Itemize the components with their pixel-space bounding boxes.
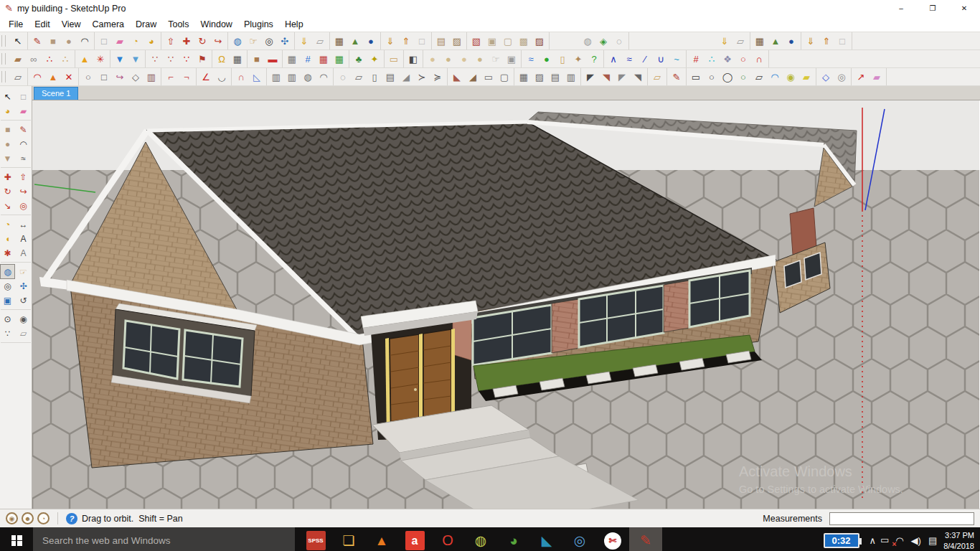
maximize-button[interactable]: ❐ xyxy=(917,0,948,17)
texture-arrow-icon[interactable]: ▧ xyxy=(468,34,484,48)
crate-red-top-icon[interactable]: ▬ xyxy=(265,52,281,66)
line-tool[interactable]: ✎ xyxy=(17,123,30,136)
lattice-numbered-icon[interactable]: # xyxy=(300,52,316,66)
curve-wave-icon[interactable]: ~ xyxy=(669,52,684,66)
shape-rect-icon[interactable]: ▭ xyxy=(688,70,704,84)
help-icon[interactable]: ? xyxy=(66,513,77,524)
star-marker-icon[interactable]: ✳ xyxy=(93,52,108,66)
get-models-2-icon[interactable]: ⇓ xyxy=(803,34,819,48)
line-icon[interactable]: ✎ xyxy=(29,34,45,48)
tape-measure-tool[interactable]: ◔ xyxy=(1,217,14,231)
orbit-icon[interactable]: ◍ xyxy=(230,34,245,48)
waterdrop-count-icon[interactable]: ▼ xyxy=(128,52,143,66)
push-pull-tool[interactable]: ⇧ xyxy=(17,170,30,184)
share-model-icon[interactable]: ⇑ xyxy=(398,34,414,48)
zoom-icon[interactable]: ◎ xyxy=(261,34,277,48)
pipe-curve-icon[interactable]: ↪ xyxy=(112,70,128,84)
shaded-style-icon[interactable]: ◍ xyxy=(580,34,595,48)
text-tool[interactable]: A xyxy=(17,232,30,245)
shape-parallelogram-icon[interactable]: ▱ xyxy=(751,70,767,84)
toggle-terrain-2-icon[interactable]: ▲ xyxy=(768,34,783,48)
dice-tool-icon[interactable]: ▦ xyxy=(230,52,245,66)
geolocation-icon[interactable]: ◉ xyxy=(6,512,18,524)
link-tool-icon[interactable]: ∞ xyxy=(26,52,42,66)
grid-tool-icon[interactable]: # xyxy=(688,52,704,66)
box-diamond-icon[interactable]: ◇ xyxy=(128,70,143,84)
curve-fill-icon[interactable]: ◡ xyxy=(214,70,230,84)
scene-tab[interactable]: Scene 1 xyxy=(34,87,78,100)
fan-fine-icon[interactable]: ◥ xyxy=(630,70,646,84)
follow-me-tool[interactable]: ↪ xyxy=(17,184,30,198)
style-lock-icon[interactable]: ▣ xyxy=(504,52,519,66)
menu-edit[interactable]: Edit xyxy=(29,18,56,31)
hidden-icons-chevron-icon[interactable]: ∧ xyxy=(870,535,877,546)
taskbar-avast[interactable]: a xyxy=(398,527,431,551)
material-wood-b-icon[interactable]: ▨ xyxy=(449,34,465,48)
style-hand-icon[interactable]: ☞ xyxy=(488,52,504,66)
paint-palette-icon[interactable]: ❖ xyxy=(720,52,735,66)
arrow-red-diag-icon[interactable]: ↗ xyxy=(853,70,869,84)
paint-bucket-tool[interactable]: ◕ xyxy=(1,104,14,118)
fold-page-icon[interactable]: ▱ xyxy=(10,70,26,84)
circle-icon[interactable]: ● xyxy=(61,34,77,48)
menu-tools[interactable]: Tools xyxy=(162,18,194,31)
ring-top-icon[interactable]: ◌ xyxy=(335,70,351,84)
sphere-green-icon[interactable]: ● xyxy=(539,52,555,66)
door-leaf-icon[interactable]: ▯ xyxy=(367,70,382,84)
claim-icon[interactable]: ◔ xyxy=(37,512,50,524)
curve-zigzag-icon[interactable]: ≈ xyxy=(621,52,637,66)
tray-tool-icon[interactable]: ▭ xyxy=(481,70,496,84)
curve-stroke-icon[interactable]: ∕ xyxy=(637,52,653,66)
freehand-tool[interactable]: ≈ xyxy=(17,151,30,165)
send-to-layout-icon[interactable]: ⇓ xyxy=(296,34,312,48)
lattice-box-icon[interactable]: ▦ xyxy=(284,52,300,66)
loop-blue-icon[interactable]: ◇ xyxy=(818,70,834,84)
polygon-tool[interactable]: ▼ xyxy=(1,151,14,165)
stamp-tool-1-icon[interactable]: ∵ xyxy=(147,52,163,66)
rectangle-icon[interactable]: ■ xyxy=(45,34,61,48)
cliff-red-icon[interactable]: ◣ xyxy=(449,70,465,84)
offset-tool[interactable]: ◎ xyxy=(17,199,30,212)
stamp-tool-3-icon[interactable]: ∵ xyxy=(179,52,194,66)
shadow-contrast-icon[interactable]: ◧ xyxy=(405,52,421,66)
frame-tool-icon[interactable]: ▢ xyxy=(496,70,512,84)
offset-icon[interactable]: ↪ xyxy=(210,34,226,48)
taskbar-file-explorer[interactable]: ❏ xyxy=(332,527,365,551)
lattice-green-icon[interactable]: ▦ xyxy=(331,52,347,66)
menu-plugins[interactable]: Plugins xyxy=(238,18,279,31)
taskbar-spss[interactable]: SPSS xyxy=(299,527,332,551)
taskbar-opera[interactable]: O xyxy=(431,527,464,551)
spin-top-icon[interactable]: ✦ xyxy=(570,52,586,66)
branch-b-icon[interactable]: ≽ xyxy=(430,70,446,84)
wedge-icon[interactable]: ◢ xyxy=(398,70,414,84)
path-points-tan-icon[interactable]: ∴ xyxy=(57,52,73,66)
panel-curve-icon[interactable]: ◠ xyxy=(316,70,331,84)
3d-text-tool[interactable]: A xyxy=(17,246,30,260)
arc-tool[interactable]: ◠ xyxy=(17,137,30,151)
rotate-icon[interactable]: ↻ xyxy=(194,34,210,48)
google-earth-2-icon[interactable]: ● xyxy=(783,34,799,48)
crate-tool-icon[interactable]: ■ xyxy=(249,52,265,66)
new-component-2-icon[interactable]: □ xyxy=(834,34,850,48)
pan-icon[interactable]: ☞ xyxy=(245,34,261,48)
taskbar-sketchup[interactable]: ✎ xyxy=(629,527,662,551)
zoom-window-tool[interactable]: ▣ xyxy=(1,293,14,307)
ribbon-tool-icon[interactable]: ▰ xyxy=(10,52,26,66)
new-component-icon[interactable]: □ xyxy=(414,34,430,48)
lattice-red-icon[interactable]: ▦ xyxy=(316,52,331,66)
arch-box-icon[interactable]: ∩ xyxy=(233,70,249,84)
protractor-tool[interactable]: ◖ xyxy=(1,232,14,245)
start-button[interactable] xyxy=(0,527,33,551)
fan-dark-icon[interactable]: ◤ xyxy=(583,70,598,84)
eraser-pink-icon[interactable]: ▰ xyxy=(869,70,885,84)
hook-tool-icon[interactable]: Ω xyxy=(214,52,230,66)
push-pull-icon[interactable]: ⇧ xyxy=(163,34,179,48)
taskbar-smadav[interactable]: ◕ xyxy=(497,527,530,551)
shape-circle-icon[interactable]: ○ xyxy=(704,70,720,84)
shape-ellipse-icon[interactable]: ◯ xyxy=(720,70,735,84)
position-camera-tool[interactable]: ⊙ xyxy=(1,312,14,326)
arc-points-icon[interactable]: ◠ xyxy=(29,70,45,84)
path-points-red-icon[interactable]: ∴ xyxy=(42,52,57,66)
style-blob-2-icon[interactable]: ● xyxy=(440,52,456,66)
move-tool[interactable]: ✚ xyxy=(1,170,14,184)
